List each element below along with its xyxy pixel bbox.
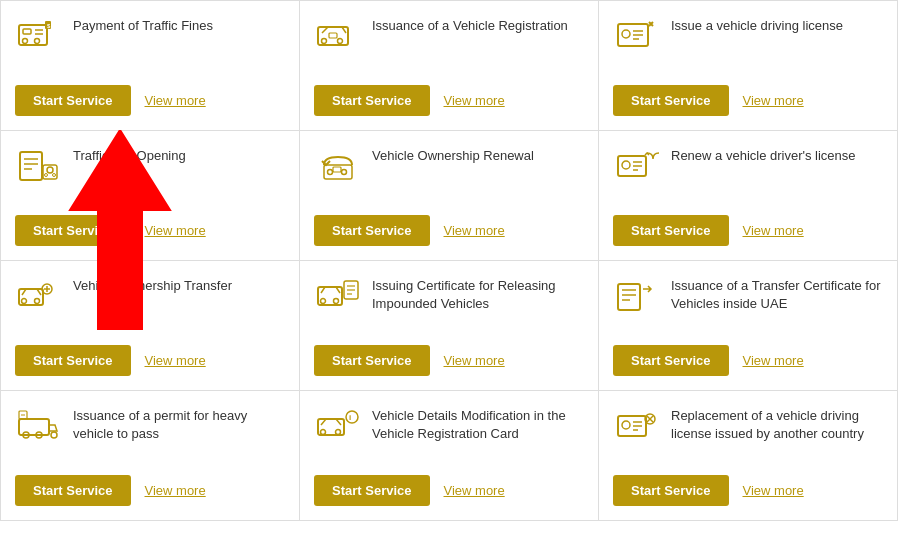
transfer-cert-icon: [613, 275, 661, 315]
svg-point-36: [35, 299, 40, 304]
start-service-button-issuance-vehicle-registration[interactable]: Start Service: [314, 85, 430, 116]
card-actions-vehicle-details-modification: Start Service View more: [314, 475, 584, 506]
view-more-link-renew-vehicle-driver-license[interactable]: View more: [743, 223, 804, 238]
card-title-traffic-file-opening: Traffic File Opening: [73, 145, 285, 165]
card-issuance-transfer-certificate: Issuance of a Transfer Certificate for V…: [599, 261, 898, 391]
view-more-link-issuance-transfer-certificate[interactable]: View more: [743, 353, 804, 368]
card-header-payment-traffic-fines: $ Payment of Traffic Fines: [15, 15, 285, 73]
svg-rect-11: [329, 33, 337, 38]
svg-rect-1: [23, 29, 31, 34]
svg-rect-28: [333, 167, 341, 172]
card-title-issuance-transfer-certificate: Issuance of a Transfer Certificate for V…: [671, 275, 883, 313]
start-service-button-replacement-driving-license[interactable]: Start Service: [613, 475, 729, 506]
card-payment-traffic-fines: $ Payment of Traffic Fines Start Service…: [1, 1, 300, 131]
view-more-link-payment-traffic-fines[interactable]: View more: [145, 93, 206, 108]
card-header-replacement-driving-license: Replacement of a vehicle driving license…: [613, 405, 883, 463]
card-actions-issuance-vehicle-registration: Start Service View more: [314, 85, 584, 116]
svg-point-9: [322, 39, 327, 44]
start-service-button-issuance-transfer-certificate[interactable]: Start Service: [613, 345, 729, 376]
card-renew-vehicle-driver-license: Renew a vehicle driver's license Start S…: [599, 131, 898, 261]
card-title-replacement-driving-license: Replacement of a vehicle driving license…: [671, 405, 883, 443]
svg-point-54: [51, 432, 57, 438]
svg-point-27: [342, 170, 347, 175]
impounded-cert-icon: [314, 275, 362, 315]
renew-driver-license-icon: [613, 145, 661, 185]
traffic-fine-icon: $: [15, 15, 63, 55]
view-more-link-permit-heavy-vehicle[interactable]: View more: [145, 483, 206, 498]
view-more-link-issue-vehicle-driving-license[interactable]: View more: [743, 93, 804, 108]
svg-point-4: [23, 39, 28, 44]
card-issue-vehicle-driving-license: Issue a vehicle driving license Start Se…: [599, 1, 898, 131]
start-service-button-renew-vehicle-driver-license[interactable]: Start Service: [613, 215, 729, 246]
card-issuance-vehicle-registration: Issuance of a Vehicle Registration Start…: [300, 1, 599, 131]
start-service-button-permit-heavy-vehicle[interactable]: Start Service: [15, 475, 131, 506]
vehicle-details-icon: i: [314, 405, 362, 445]
card-header-traffic-file-opening: Traffic File Opening: [15, 145, 285, 203]
start-service-button-vehicle-ownership-renewal[interactable]: Start Service: [314, 215, 430, 246]
svg-point-58: [321, 430, 326, 435]
card-header-issuance-vehicle-registration: Issuance of a Vehicle Registration: [314, 15, 584, 73]
card-actions-renew-vehicle-driver-license: Start Service View more: [613, 215, 883, 246]
start-service-button-issue-vehicle-driving-license[interactable]: Start Service: [613, 85, 729, 116]
view-more-link-vehicle-details-modification[interactable]: View more: [444, 483, 505, 498]
svg-text:i: i: [349, 413, 351, 422]
card-actions-issuing-certificate-impounded: Start Service View more: [314, 345, 584, 376]
start-service-button-vehicle-details-modification[interactable]: Start Service: [314, 475, 430, 506]
ownership-renewal-icon: [314, 145, 362, 185]
card-actions-traffic-file-opening: Start Service View more: [15, 215, 285, 246]
view-more-link-replacement-driving-license[interactable]: View more: [743, 483, 804, 498]
card-vehicle-ownership-renewal: Vehicle Ownership Renewal Start Service …: [300, 131, 599, 261]
card-title-issue-vehicle-driving-license: Issue a vehicle driving license: [671, 15, 883, 35]
svg-point-10: [338, 39, 343, 44]
card-title-issuance-vehicle-registration: Issuance of a Vehicle Registration: [372, 15, 584, 35]
svg-point-13: [622, 30, 630, 38]
ownership-transfer-icon: [15, 275, 63, 315]
card-actions-issuance-transfer-certificate: Start Service View more: [613, 345, 883, 376]
card-header-issuing-certificate-impounded: Issuing Certificate for Releasing Impoun…: [314, 275, 584, 333]
card-header-permit-heavy-vehicle: Issuance of a permit for heavy vehicle t…: [15, 405, 285, 463]
card-title-payment-traffic-fines: Payment of Traffic Fines: [73, 15, 285, 35]
services-grid: $ Payment of Traffic Fines Start Service…: [0, 0, 898, 521]
card-actions-payment-traffic-fines: Start Service View more: [15, 85, 285, 116]
svg-point-41: [321, 299, 326, 304]
view-more-link-traffic-file-opening[interactable]: View more: [145, 223, 206, 238]
svg-point-63: [622, 421, 630, 429]
card-traffic-file-opening: Traffic File Opening Start Service View …: [1, 131, 300, 261]
card-replacement-driving-license: Replacement of a vehicle driving license…: [599, 391, 898, 521]
card-header-renew-vehicle-driver-license: Renew a vehicle driver's license: [613, 145, 883, 203]
start-service-button-vehicle-ownership-transfer[interactable]: Start Service: [15, 345, 131, 376]
card-title-vehicle-ownership-transfer: Vehicle Ownership Transfer: [73, 275, 285, 295]
card-header-issue-vehicle-driving-license: Issue a vehicle driving license: [613, 15, 883, 73]
svg-point-30: [622, 161, 630, 169]
card-title-vehicle-details-modification: Vehicle Details Modification in the Vehi…: [372, 405, 584, 443]
svg-point-5: [35, 39, 40, 44]
card-actions-vehicle-ownership-transfer: Start Service View more: [15, 345, 285, 376]
card-header-vehicle-ownership-renewal: Vehicle Ownership Renewal: [314, 145, 584, 203]
card-actions-replacement-driving-license: Start Service View more: [613, 475, 883, 506]
start-service-button-issuing-certificate-impounded[interactable]: Start Service: [314, 345, 430, 376]
view-more-link-issuing-certificate-impounded[interactable]: View more: [444, 353, 505, 368]
svg-point-59: [336, 430, 341, 435]
svg-rect-47: [618, 284, 640, 310]
svg-point-35: [22, 299, 27, 304]
card-title-vehicle-ownership-renewal: Vehicle Ownership Renewal: [372, 145, 584, 165]
svg-point-26: [328, 170, 333, 175]
card-actions-issue-vehicle-driving-license: Start Service View more: [613, 85, 883, 116]
card-permit-heavy-vehicle: Issuance of a permit for heavy vehicle t…: [1, 391, 300, 521]
card-title-issuing-certificate-impounded: Issuing Certificate for Releasing Impoun…: [372, 275, 584, 313]
card-actions-permit-heavy-vehicle: Start Service View more: [15, 475, 285, 506]
card-header-issuance-transfer-certificate: Issuance of a Transfer Certificate for V…: [613, 275, 883, 333]
card-title-permit-heavy-vehicle: Issuance of a permit for heavy vehicle t…: [73, 405, 285, 443]
view-more-link-vehicle-ownership-transfer[interactable]: View more: [145, 353, 206, 368]
card-issuing-certificate-impounded: Issuing Certificate for Releasing Impoun…: [300, 261, 599, 391]
replacement-license-icon: [613, 405, 661, 445]
heavy-vehicle-icon: [15, 405, 63, 445]
card-title-renew-vehicle-driver-license: Renew a vehicle driver's license: [671, 145, 883, 165]
view-more-link-issuance-vehicle-registration[interactable]: View more: [444, 93, 505, 108]
start-service-button-traffic-file-opening[interactable]: Start Service: [15, 215, 131, 246]
driving-license-icon: [613, 15, 661, 55]
svg-rect-17: [20, 152, 42, 180]
card-header-vehicle-details-modification: i Vehicle Details Modification in the Ve…: [314, 405, 584, 463]
start-service-button-payment-traffic-fines[interactable]: Start Service: [15, 85, 131, 116]
view-more-link-vehicle-ownership-renewal[interactable]: View more: [444, 223, 505, 238]
